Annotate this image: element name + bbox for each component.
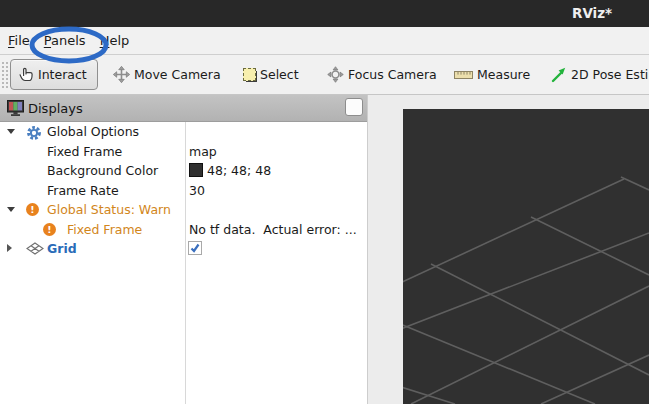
background-color-label: Background Color (47, 163, 158, 178)
fixed-frame-label: Fixed Frame (47, 144, 122, 159)
status-fixed-frame-label: Fixed Frame (67, 222, 142, 237)
frame-rate-value[interactable]: 30 (189, 183, 205, 198)
gear-icon (26, 125, 42, 141)
measure-label: Measure (477, 67, 530, 82)
displays-tree: Global Options Fixed Frame map Backgroun… (0, 122, 367, 404)
title-bar: RViz* (0, 0, 649, 27)
render-viewport[interactable] (403, 109, 649, 404)
select-label: Select (260, 67, 299, 82)
pose-estimate-tool[interactable]: 2D Pose Esti (551, 55, 648, 94)
expander-expand-icon[interactable] (7, 244, 12, 252)
tree-row-frame-rate[interactable]: Frame Rate 30 (0, 181, 367, 201)
frame-rate-label: Frame Rate (47, 183, 119, 198)
tree-row-grid[interactable]: Grid (0, 239, 367, 259)
move-arrows-icon (113, 66, 130, 83)
rviz-window: RViz* File Panels Help Interact (0, 0, 649, 404)
ruler-icon (454, 70, 473, 80)
tree-row-background-color[interactable]: Background Color 48; 48; 48 (0, 161, 367, 181)
pose-estimate-label: 2D Pose Esti (571, 67, 648, 82)
selection-box-icon (243, 68, 256, 81)
focus-camera-label: Focus Camera (348, 67, 437, 82)
tree-row-global-status[interactable]: ! Global Status: Warn (0, 200, 367, 220)
expander-collapse-icon[interactable] (7, 207, 15, 212)
move-camera-tool[interactable]: Move Camera (113, 55, 221, 94)
displays-panel-header[interactable]: Displays (0, 95, 367, 122)
menu-panels-label: P (44, 33, 51, 48)
displays-panel: Displays Global Options Fixed Frame (0, 95, 368, 404)
global-options-label: Global Options (47, 124, 139, 139)
pose-arrow-icon (551, 67, 567, 83)
warning-icon: ! (43, 223, 56, 236)
interact-tool-button[interactable]: Interact (10, 59, 98, 90)
panel-float-button[interactable] (345, 98, 363, 116)
menu-bar: File Panels Help (0, 27, 649, 55)
tree-row-fixed-frame[interactable]: Fixed Frame map (0, 142, 367, 162)
checkmark-icon (189, 242, 201, 254)
ground-grid (403, 109, 649, 404)
displays-panel-title: Displays (28, 101, 83, 116)
grid-icon (26, 242, 44, 255)
menu-help-label: H (100, 33, 110, 48)
toolbar: Interact Move Camera Select Focus Camera (0, 55, 649, 95)
status-fixed-frame-value: No tf data. Actual error: ... (189, 222, 357, 237)
select-tool[interactable]: Select (243, 55, 299, 94)
grid-enabled-checkbox[interactable] (188, 241, 202, 255)
expander-collapse-icon[interactable] (7, 129, 15, 134)
move-camera-label: Move Camera (134, 67, 221, 82)
background-color-value[interactable]: 48; 48; 48 (189, 163, 271, 178)
measure-tool[interactable]: Measure (454, 55, 530, 94)
toolbar-drag-handle[interactable] (2, 62, 8, 88)
menu-panels[interactable]: Panels (37, 27, 93, 54)
warning-icon: ! (26, 203, 39, 216)
tree-row-status-fixed-frame[interactable]: ! Fixed Frame No tf data. Actual error: … (0, 220, 367, 240)
window-title: RViz* (572, 5, 612, 21)
global-status-label: Global Status: Warn (47, 202, 171, 217)
monitor-icon (7, 100, 24, 117)
grid-display-label: Grid (47, 241, 77, 256)
focus-camera-tool[interactable]: Focus Camera (327, 55, 437, 94)
main-area: Displays Global Options Fixed Frame (0, 95, 649, 404)
hand-pointer-icon (18, 67, 34, 83)
menu-file[interactable]: File (8, 27, 37, 54)
interact-tool-label: Interact (38, 67, 87, 82)
crosshair-icon (327, 66, 344, 83)
menu-help[interactable]: Help (93, 27, 137, 54)
tree-row-global-options[interactable]: Global Options (0, 122, 367, 142)
color-swatch (189, 163, 203, 177)
fixed-frame-value[interactable]: map (189, 144, 217, 159)
